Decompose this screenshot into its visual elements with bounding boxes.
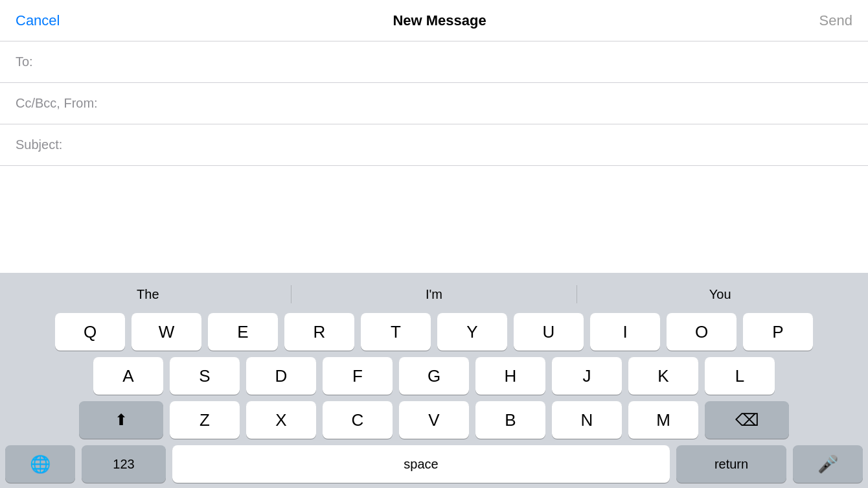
key-b[interactable]: B (475, 401, 545, 439)
keyboard-row-1: Q W E R T Y U I O P (5, 313, 863, 351)
key-l[interactable]: L (705, 357, 775, 395)
numbers-key[interactable]: 123 (82, 445, 166, 483)
key-r[interactable]: R (284, 313, 354, 351)
key-h[interactable]: H (475, 357, 545, 395)
key-f[interactable]: F (323, 357, 393, 395)
cc-label: Cc/Bcc, From: (16, 96, 106, 111)
key-k[interactable]: K (628, 357, 698, 395)
subject-field-row: Subject: (0, 124, 868, 166)
autocomplete-word-1[interactable]: The (5, 282, 291, 307)
key-d[interactable]: D (246, 357, 316, 395)
keyboard-row-4: 🌐 123 space return 🎤 (5, 445, 863, 483)
subject-input[interactable] (106, 137, 852, 152)
key-x[interactable]: X (246, 401, 316, 439)
key-q[interactable]: Q (55, 313, 125, 351)
header: Cancel New Message Send (0, 0, 868, 41)
keyboard-row-2: A S D F G H J K L (5, 357, 863, 395)
key-u[interactable]: U (514, 313, 584, 351)
shift-icon: ⬆ (115, 411, 128, 429)
key-g[interactable]: G (399, 357, 469, 395)
key-p[interactable]: P (743, 313, 813, 351)
to-input[interactable] (106, 54, 852, 69)
keyboard-row-3: ⬆ Z X C V B N M ⌫ (5, 401, 863, 439)
to-label: To: (16, 54, 106, 69)
key-m[interactable]: M (628, 401, 698, 439)
subject-label: Subject: (16, 137, 106, 152)
delete-icon: ⌫ (735, 410, 759, 430)
page-title: New Message (393, 12, 486, 29)
key-y[interactable]: Y (437, 313, 507, 351)
autocomplete-word-3[interactable]: You (577, 282, 863, 307)
keyboard: Q W E R T Y U I O P A S D F G H J K L ⬆ (5, 313, 863, 483)
compose-form: To: Cc/Bcc, From: Subject: (0, 41, 868, 166)
to-field-row: To: (0, 41, 868, 83)
key-z[interactable]: Z (170, 401, 240, 439)
key-a[interactable]: A (93, 357, 163, 395)
autocomplete-bar: The I'm You (5, 281, 863, 313)
send-button[interactable]: Send (819, 12, 852, 29)
key-c[interactable]: C (323, 401, 393, 439)
key-j[interactable]: J (552, 357, 622, 395)
cc-field-row: Cc/Bcc, From: (0, 83, 868, 124)
autocomplete-word-2[interactable]: I'm (291, 282, 577, 307)
space-key[interactable]: space (172, 445, 670, 483)
microphone-key[interactable]: 🎤 (793, 445, 863, 483)
shift-key[interactable]: ⬆ (79, 401, 163, 439)
microphone-icon: 🎤 (817, 454, 838, 474)
globe-key[interactable]: 🌐 (5, 445, 75, 483)
key-t[interactable]: T (361, 313, 431, 351)
key-w[interactable]: W (131, 313, 201, 351)
keyboard-container: The I'm You Q W E R T Y U I O P A S D F … (0, 273, 868, 488)
return-key[interactable]: return (676, 445, 786, 483)
cc-input[interactable] (106, 96, 852, 111)
key-o[interactable]: O (667, 313, 737, 351)
globe-icon: 🌐 (30, 454, 51, 474)
key-v[interactable]: V (399, 401, 469, 439)
key-s[interactable]: S (170, 357, 240, 395)
key-i[interactable]: I (590, 313, 660, 351)
key-n[interactable]: N (552, 401, 622, 439)
cancel-button[interactable]: Cancel (16, 12, 60, 29)
key-e[interactable]: E (208, 313, 278, 351)
delete-key[interactable]: ⌫ (705, 401, 789, 439)
